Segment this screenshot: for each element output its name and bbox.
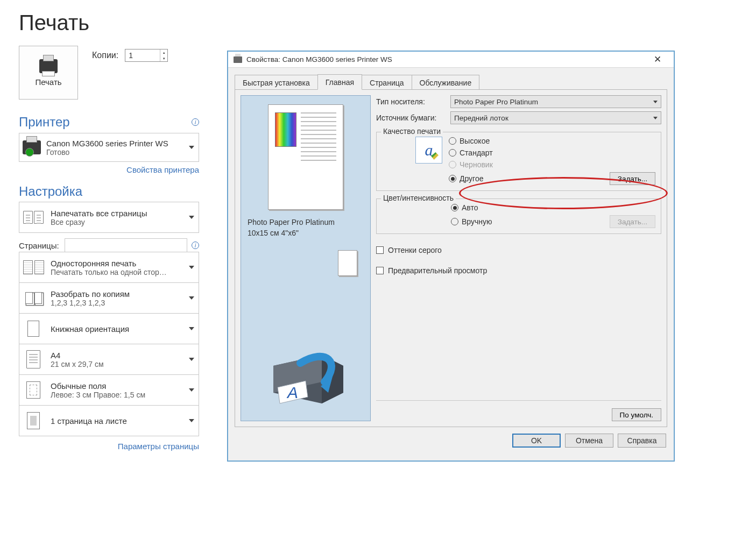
paper-source-dropdown[interactable]: Передний лоток [450,111,661,124]
preview-caption-line2: 10x15 см 4"x6" [248,228,364,239]
chevron-down-icon [189,146,194,149]
rainbow-icon [275,112,296,147]
copies-down[interactable]: ▼ [160,55,167,61]
quality-other[interactable]: Другое [449,174,483,183]
cancel-button[interactable]: Отмена [565,434,613,448]
chevron-down-icon [189,266,194,269]
printer-name: Canon MG3600 series Printer WS [46,139,168,148]
printer-icon [39,59,58,73]
settings-header: Настройка [19,184,82,199]
option-duplex[interactable]: Односторонняя печатьПечатать только на о… [19,252,199,283]
checkbox-icon [376,246,384,254]
color-set-button: Задать... [610,215,655,228]
print-button-label: Печать [35,77,61,87]
checkbox-icon [376,267,384,274]
copies-up[interactable]: ▲ [160,49,167,55]
copies-value: 1 [125,49,160,61]
page-setup-link[interactable]: Параметры страницы [118,442,199,451]
preview-thumb [338,250,357,276]
quality-group: Качество печати a Высокое Стандарт Черно… [376,132,661,191]
option-pages-per-sheet[interactable]: 1 страница на листе [19,405,199,436]
pages-label: Страницы: [19,241,59,250]
copies-label: Копии: [92,51,118,60]
printer-properties-link[interactable]: Свойства принтера [126,165,199,174]
printer-ready-icon [23,140,41,154]
one-per-sheet-icon [27,412,40,429]
media-type-label: Тип носителя: [376,97,445,106]
quality-set-button[interactable]: Задать... [610,172,655,185]
pages-icon [23,211,44,224]
divider [376,400,661,401]
close-button[interactable]: ✕ [647,54,668,65]
chevron-down-icon [653,117,658,119]
info-icon[interactable]: i [192,242,199,249]
color-legend: Цвет/интенсивность [381,194,456,202]
quality-standard[interactable]: Стандарт [449,148,655,157]
paper-source-label: Источник бумаги: [376,114,445,122]
chevron-down-icon [189,296,194,300]
option-orientation[interactable]: Книжная ориентация [19,313,199,344]
dialog-title: Свойства: Canon MG3600 series Printer WS [246,55,392,63]
preview-caption-line1: Photo Paper Pro Platinum [248,217,364,228]
printer-properties-dialog: Свойства: Canon MG3600 series Printer WS… [228,51,674,461]
defaults-button[interactable]: По умолч. [612,408,661,421]
option-collate[interactable]: Разобрать по копиям1,2,3 1,2,3 1,2,3 [19,282,199,314]
preview-checkbox[interactable]: Предварительный просмотр [376,266,661,275]
printer-3d-icon: A [248,334,364,414]
chevron-down-icon [189,216,194,219]
quality-high[interactable]: Высокое [449,137,655,145]
info-icon[interactable]: i [192,118,199,126]
chevron-down-icon [189,327,194,330]
media-type-dropdown[interactable]: Photo Paper Pro Platinum [450,95,661,108]
help-button[interactable]: Справка [618,434,666,448]
color-group: Цвет/интенсивность Авто Вручную Задать..… [376,198,661,234]
page-title: Печать [19,11,199,35]
page-icon [26,350,40,368]
tab-main[interactable]: Главная [317,74,362,90]
quality-legend: Качество печати [381,127,443,136]
printer-icon [234,56,242,63]
portrait-icon [27,321,39,337]
ok-button[interactable]: OK [512,434,561,448]
duplex-icon [23,260,44,274]
color-manual[interactable]: Вручную [451,217,492,226]
chevron-down-icon [189,419,194,422]
tab-maintenance[interactable]: Обслуживание [412,75,480,90]
collate-icon [25,292,42,304]
option-print-range[interactable]: Напечатать все страницыВсе сразу [19,202,199,233]
printer-header: Принтер [19,115,70,130]
option-margins[interactable]: Обычные поляЛевое: 3 см Правое: 1,5 см [19,374,199,406]
color-auto[interactable]: Авто [451,203,655,212]
dialog-tabs: Быстрая установка Главная Страница Обслу… [235,74,674,90]
quality-draft: Черновик [449,160,655,169]
quality-icon: a [415,137,442,164]
print-button[interactable]: Печать [19,46,78,100]
chevron-down-icon [189,388,194,392]
grayscale-checkbox[interactable]: Оттенки серого [376,246,661,254]
printer-dropdown[interactable]: Canon MG3600 series Printer WS Готово [19,133,199,162]
margins-icon [26,381,40,399]
option-paper-size[interactable]: A421 см x 29,7 см [19,344,199,375]
print-preview: Photo Paper Pro Platinum 10x15 см 4"x6" … [241,95,371,421]
copies-spinner[interactable]: 1 ▲ ▼ [125,49,168,62]
chevron-down-icon [189,358,194,361]
chevron-down-icon [653,101,658,103]
svg-text:A: A [286,384,298,401]
printer-status: Готово [46,148,168,157]
tab-quick-setup[interactable]: Быстрая установка [235,75,318,90]
tab-page[interactable]: Страница [362,75,412,90]
pages-input[interactable] [65,238,187,252]
